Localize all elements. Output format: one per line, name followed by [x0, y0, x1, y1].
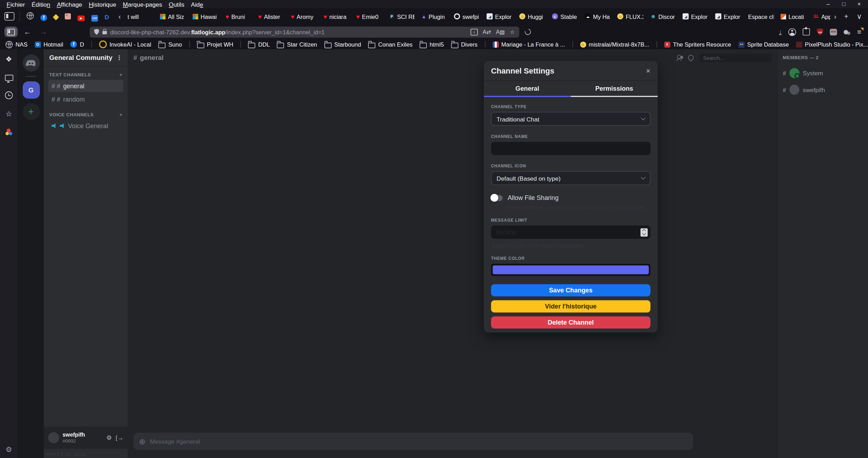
bookmark-mistralaimixtral8x7b[interactable]: ☺mistralai/Mixtral-8x7B... [580, 41, 649, 48]
bookmark-starcitizen[interactable]: Star Citizen [277, 41, 317, 48]
bookmark-nas[interactable]: NAS [6, 41, 28, 48]
screen-icon[interactable] [5, 75, 13, 81]
message-limit-input[interactable] [491, 225, 651, 239]
back-button[interactable]: ← [21, 28, 34, 36]
discord-logo-icon[interactable] [22, 54, 40, 71]
member-swefpifh[interactable]: #swefpifh [782, 83, 863, 97]
menu-aide[interactable]: Aide [188, 0, 206, 8]
menu-affichage[interactable]: Affichage [54, 0, 85, 8]
firefox-view-icon[interactable] [5, 12, 14, 21]
downloads-icon[interactable]: ↓ [779, 29, 782, 35]
bookmark-projetwh[interactable]: Projet WH [197, 41, 233, 48]
pinned-tab-facebook[interactable]: f [41, 11, 47, 21]
members-toggle-icon[interactable] [677, 55, 683, 61]
channel-type-select[interactable]: Traditional Chat [491, 112, 651, 126]
channel-icon-select[interactable]: Default (Based on type) [491, 171, 651, 185]
bookmark-ddl[interactable]: DDL [248, 41, 270, 48]
ai-chatbot-icon[interactable]: ❖ [6, 55, 12, 63]
delete-channel-button[interactable]: Delete Channel [491, 316, 651, 328]
channel-name-input[interactable] [491, 142, 651, 155]
tab-general[interactable]: General [484, 81, 571, 97]
url-bar[interactable]: discord-like-php-chat-7262.dev.flatlogic… [90, 26, 519, 37]
number-spinner[interactable] [641, 228, 648, 236]
pinned-tab-dsm[interactable]: DSM [91, 11, 98, 22]
tab-espaceclie[interactable]: Espace clie [745, 10, 777, 22]
bookmarks-star-icon[interactable]: ☆ [6, 110, 12, 118]
server-icon-general[interactable]: G [22, 82, 40, 99]
bookmark-divers[interactable]: Divers [451, 41, 478, 48]
sidebar-toggle-button[interactable] [5, 27, 18, 37]
tab-hawai[interactable]: Hawai [190, 10, 221, 22]
tab-emie0[interactable]: ♥Emie0 [353, 10, 385, 22]
server-header[interactable]: General Community ⋮ [44, 49, 128, 67]
bookmark-html5[interactable]: html5 [420, 41, 444, 48]
lock-icon[interactable] [103, 31, 107, 34]
bookmark-suno[interactable]: Suno [158, 41, 182, 48]
tab-bruni[interactable]: ♥Bruni [223, 10, 254, 22]
scroll-tabs-right-button[interactable]: › [831, 12, 840, 21]
tab-explor[interactable]: ◢Explor [713, 10, 744, 22]
minimize-button[interactable]: – [821, 0, 835, 8]
tab-swefpi[interactable]: swefpi [451, 10, 483, 22]
new-tab-button[interactable]: + [840, 12, 852, 21]
monkey-extension-icon[interactable] [830, 28, 838, 35]
file-sharing-toggle[interactable] [491, 195, 503, 201]
bookmark-conanexiles[interactable]: Conan Exiles [368, 41, 412, 48]
extensions-icon[interactable] [803, 28, 810, 36]
scroll-tabs-left-button[interactable]: ‹ [115, 12, 124, 21]
attach-plus-icon[interactable]: ⊕ [139, 437, 146, 446]
tab-appar[interactable]: SLAppar [811, 10, 830, 22]
tab-locati[interactable]: Locati [778, 10, 810, 22]
bookmark-hotmail[interactable]: OHotmail [35, 41, 63, 48]
add-channel-button[interactable]: + [119, 72, 122, 78]
menu-fichier[interactable]: Fichier [3, 0, 28, 8]
tab-twill[interactable]: t will [125, 10, 156, 22]
server-menu-icon[interactable]: ⋮ [116, 54, 122, 61]
pin-icon[interactable] [687, 54, 695, 61]
member-system[interactable]: #System [782, 66, 863, 80]
save-changes-button[interactable]: Save Changes [491, 284, 651, 297]
reload-icon[interactable] [524, 28, 532, 36]
menu-historique[interactable]: Historique [85, 0, 119, 8]
theme-color-input[interactable] [491, 264, 651, 276]
tab-huggi[interactable]: ☺Huggi [517, 10, 548, 22]
forward-button[interactable]: → [37, 28, 50, 36]
containers-icon[interactable] [844, 30, 848, 34]
pinned-tab-synology[interactable]: D [105, 11, 109, 21]
tab-alister[interactable]: ♥Alister [255, 10, 287, 22]
tab-flux2[interactable]: ☺FLUX.2 [615, 10, 646, 22]
user-settings-gear-icon[interactable]: ⚙ [106, 434, 112, 442]
tab-scire[interactable]: PSCI RE [386, 10, 417, 22]
channel-item-random[interactable]: # #random [48, 93, 124, 105]
bookmark-pixelplushstudiopix[interactable]: PixelPlush Studio - Pix... [796, 41, 868, 48]
close-button[interactable]: × [853, 0, 866, 8]
bookmark-thespritersresource[interactable]: SThe Spriters Resource [664, 41, 731, 48]
menu-dition[interactable]: Édition [28, 0, 54, 8]
pinned-tab-globe[interactable] [27, 11, 34, 21]
bookmark-d[interactable]: fD [70, 41, 84, 48]
tab-allsiz[interactable]: All Siz [157, 10, 189, 22]
tab-niciara[interactable]: ♥niciara [321, 10, 352, 22]
add-server-button[interactable]: + [22, 103, 40, 120]
pinned-tab-sprite[interactable] [65, 11, 71, 21]
modal-close-icon[interactable]: × [646, 67, 650, 75]
logout-icon[interactable]: [→ [116, 434, 124, 442]
color-dots-icon[interactable] [6, 129, 12, 135]
shield-icon[interactable] [94, 29, 99, 35]
bookmark-spritedatabase[interactable]: Sprite Database [738, 41, 789, 48]
add-channel-button[interactable]: + [119, 112, 122, 118]
translate-page-icon[interactable]: A▤ [496, 29, 505, 35]
menu-hamburger-icon[interactable]: ≡ [857, 28, 861, 35]
translate-icon[interactable]: A⇄ [483, 29, 491, 35]
tab-permissions[interactable]: Permissions [571, 81, 657, 97]
tab-myha[interactable]: ☁My Ha [582, 10, 613, 22]
clear-history-button[interactable]: Vider l'historique [491, 300, 651, 313]
history-clock-icon[interactable] [5, 91, 13, 99]
tab-plugin[interactable]: ▲Plugin [419, 10, 450, 22]
tab-explor[interactable]: ◢Explor [680, 10, 712, 22]
save-page-icon[interactable]: ↓ [471, 28, 478, 35]
settings-gear-icon[interactable]: ⚙ [6, 445, 12, 454]
bookmark-invokeailocal[interactable]: InvokeAI - Local [99, 41, 151, 48]
list-tabs-button[interactable]: ∨ [853, 12, 866, 21]
channel-item-general[interactable]: # #general [48, 80, 124, 92]
